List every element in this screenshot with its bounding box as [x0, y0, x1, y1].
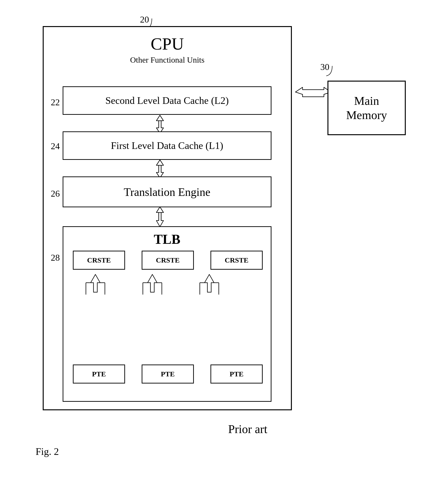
translation-engine-box: Translation Engine [63, 176, 272, 207]
tlb-box: TLB CRSTE CRSTE CRSTE [63, 226, 272, 402]
svg-marker-6 [91, 274, 100, 292]
crste-arrow-1 [76, 273, 129, 361]
svg-marker-11 [148, 274, 157, 292]
pte-box-2: PTE [142, 365, 194, 383]
prior-art-label: Prior art [24, 422, 448, 436]
pte-box-3: PTE [210, 365, 263, 383]
crste-row: CRSTE CRSTE CRSTE [73, 251, 263, 270]
label-26: 26 [51, 188, 60, 199]
l1-cache-label: First Level Data Cache (L1) [111, 140, 223, 151]
l2-cache-label: Second Level Data Cache (L2) [105, 95, 229, 106]
pte-row: PTE PTE PTE [73, 365, 263, 383]
crste-arrow-3 [190, 273, 242, 361]
fig-label: Fig. 2 [36, 446, 59, 457]
crste-box-2: CRSTE [142, 251, 194, 270]
pte-box-1: PTE [73, 365, 125, 383]
main-memory-box: Main Memory [328, 81, 406, 135]
svg-marker-21 [296, 87, 331, 97]
crste-box-1: CRSTE [73, 251, 125, 270]
l2-cache-box: Second Level Data Cache (L2) [63, 86, 272, 115]
svg-marker-3 [156, 165, 163, 178]
cpu-box: CPU Other Functional Units 22 Second Lev… [43, 26, 292, 410]
double-arrow-l2-mm [294, 83, 332, 102]
tlb-title: TLB [63, 232, 271, 247]
cpu-title: CPU [44, 34, 291, 54]
crste-arrow-2 [133, 273, 185, 361]
label-22: 22 [51, 97, 60, 107]
crste-box-3: CRSTE [210, 251, 263, 270]
translation-engine-label: Translation Engine [124, 186, 210, 198]
arrow-l1-te [152, 159, 173, 178]
svg-marker-5 [156, 212, 163, 227]
label-28: 28 [51, 252, 60, 263]
main-memory-text: Main Memory [346, 94, 387, 122]
l1-cache-box: First Level Data Cache (L1) [63, 131, 272, 160]
cpu-subtitle: Other Functional Units [44, 55, 291, 64]
arrow-l2-l1 [152, 115, 173, 134]
curve-30-line [318, 62, 353, 81]
diagram-container: 20 30 CPU Other Functional Units 22 Seco… [24, 14, 427, 465]
arrow-te-tlb [152, 206, 173, 227]
label-24: 24 [51, 141, 60, 151]
svg-marker-16 [205, 274, 214, 292]
